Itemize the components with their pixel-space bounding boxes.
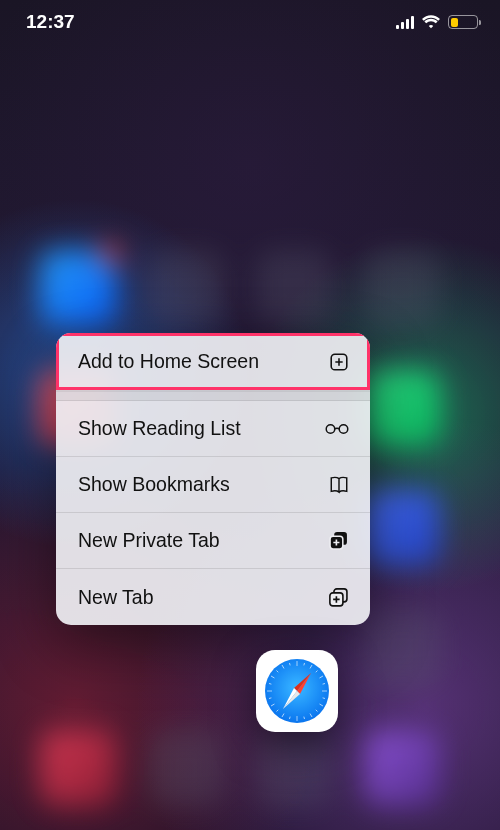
wifi-icon	[421, 15, 441, 29]
svg-point-3	[326, 424, 335, 433]
safari-app-icon[interactable]	[256, 650, 338, 732]
book-icon	[324, 475, 350, 495]
quick-action-menu: Add to Home Screen Show Reading List	[56, 333, 370, 625]
menu-item-label: New Tab	[78, 586, 154, 609]
menu-item-label: Show Bookmarks	[78, 473, 230, 496]
menu-item-label: New Private Tab	[78, 529, 220, 552]
menu-item-new-private-tab[interactable]: New Private Tab	[56, 513, 370, 569]
menu-item-show-reading-list[interactable]: Show Reading List	[56, 401, 370, 457]
svg-point-4	[339, 424, 348, 433]
menu-item-show-bookmarks[interactable]: Show Bookmarks	[56, 457, 370, 513]
menu-item-add-to-home-screen[interactable]: Add to Home Screen	[56, 333, 370, 391]
menu-separator	[56, 391, 370, 401]
compass-icon	[262, 656, 332, 726]
clock: 12:37	[26, 11, 75, 33]
menu-item-new-tab[interactable]: New Tab	[56, 569, 370, 625]
add-to-home-icon	[324, 351, 350, 373]
menu-item-label: Add to Home Screen	[78, 350, 259, 373]
cellular-signal-icon	[396, 16, 415, 29]
status-bar: 12:37	[0, 0, 500, 44]
home-screen: 12:37 Add to Home Screen	[0, 0, 500, 830]
glasses-icon	[324, 422, 350, 436]
menu-item-label: Show Reading List	[78, 417, 241, 440]
new-tab-icon	[324, 586, 350, 609]
battery-icon	[448, 15, 478, 29]
private-tab-icon	[324, 529, 350, 552]
